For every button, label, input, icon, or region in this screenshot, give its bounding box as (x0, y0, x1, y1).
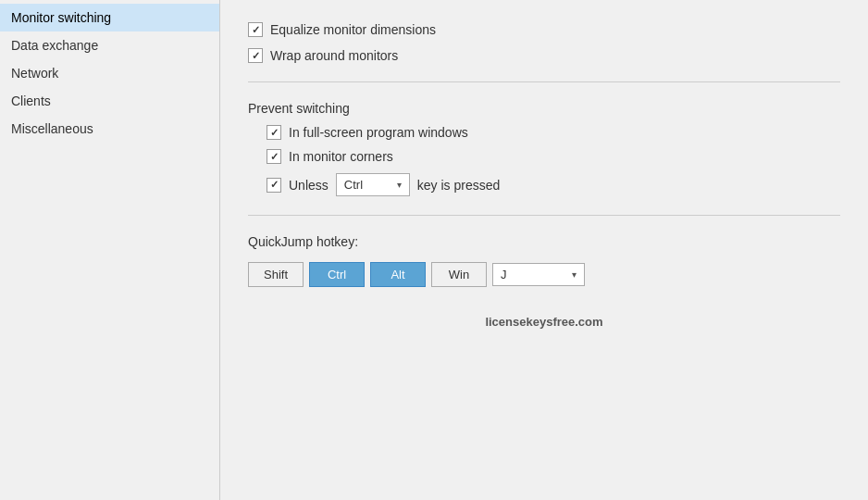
equalize-option-row: Equalize monitor dimensions (248, 22, 840, 37)
prevent-subsection: In full-screen program windows In monito… (248, 125, 840, 196)
corners-label: In monitor corners (289, 149, 393, 164)
sidebar-label: Monitor switching (11, 10, 111, 25)
sidebar-item-monitor-switching[interactable]: Monitor switching (0, 4, 219, 31)
key-value: J (501, 268, 507, 281)
shift-button[interactable]: Shift (248, 262, 304, 287)
quickjump-label: QuickJump hotkey: (248, 234, 840, 249)
equalize-checkbox[interactable] (248, 22, 263, 37)
key-dropdown-arrow: ▾ (572, 269, 577, 280)
ctrl-button[interactable]: Ctrl (309, 262, 365, 287)
divider-1 (248, 81, 840, 82)
ctrl-key-value: Ctrl (344, 178, 363, 192)
wrap-checkbox[interactable] (248, 48, 263, 63)
sidebar-label: Network (11, 66, 58, 81)
unless-checkbox[interactable] (267, 178, 281, 193)
sidebar-item-data-exchange[interactable]: Data exchange (0, 31, 219, 59)
key-is-pressed-label: key is pressed (417, 178, 500, 193)
alt-button[interactable]: Alt (370, 262, 426, 287)
unless-label: Unless (289, 178, 329, 193)
corners-option-row: In monitor corners (267, 149, 840, 164)
fullscreen-label: In full-screen program windows (289, 125, 468, 140)
sidebar: Monitor switching Data exchange Network … (0, 0, 220, 500)
hotkey-row: Shift Ctrl Alt Win J ▾ (248, 262, 840, 287)
ctrl-dropdown-arrow: ▾ (397, 180, 402, 190)
key-dropdown[interactable]: J ▾ (492, 263, 585, 286)
corners-checkbox[interactable] (267, 149, 281, 164)
main-content: Equalize monitor dimensions Wrap around … (220, 0, 868, 500)
sidebar-label: Miscellaneous (11, 121, 93, 136)
win-button[interactable]: Win (431, 262, 487, 287)
sidebar-item-network[interactable]: Network (0, 59, 219, 87)
divider-2 (248, 215, 840, 216)
fullscreen-option-row: In full-screen program windows (267, 125, 840, 140)
wrap-label: Wrap around monitors (270, 48, 398, 63)
prevent-section-label: Prevent switching (248, 101, 840, 116)
sidebar-item-clients[interactable]: Clients (0, 87, 219, 115)
sidebar-item-miscellaneous[interactable]: Miscellaneous (0, 115, 219, 143)
unless-option-row: Unless Ctrl ▾ key is pressed (267, 173, 840, 196)
equalize-label: Equalize monitor dimensions (270, 22, 436, 37)
watermark: licensekeysfree.com (248, 315, 840, 329)
wrap-option-row: Wrap around monitors (248, 48, 840, 63)
sidebar-label: Clients (11, 94, 51, 108)
ctrl-key-dropdown[interactable]: Ctrl ▾ (336, 173, 410, 196)
sidebar-label: Data exchange (11, 38, 98, 53)
fullscreen-checkbox[interactable] (267, 125, 281, 140)
